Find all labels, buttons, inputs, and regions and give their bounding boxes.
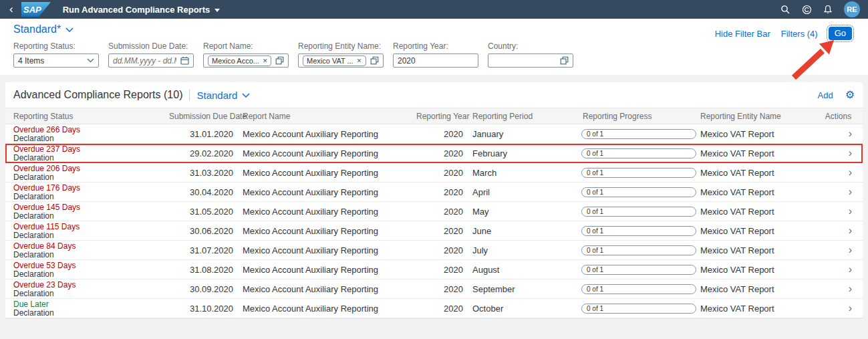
submission-due-date-input[interactable] [113,56,176,66]
notifications-bell-icon[interactable] [823,5,833,15]
status-subtitle: Declaration [13,212,169,221]
reporting-period-cell: January [464,124,581,144]
row-navigation-chevron-icon[interactable]: › [849,147,852,158]
reporting-year-cell: 2020 [416,279,464,299]
filter-field-reporting-entity-name: Reporting Entity Name: Mexico VAT ... ✕ [298,41,384,68]
table-row[interactable]: Overdue 206 DaysDeclaration31.03.2020Mex… [5,163,863,183]
report-name-cell: Mexico Account Auxiliary Reporting [235,124,416,144]
reporting-year-input-box [393,53,478,68]
reporting-year-cell: 2020 [416,163,464,183]
settings-gear-icon[interactable]: ⚙ [845,90,855,100]
table-card: Advanced Compliance Reports (10) Standar… [5,82,863,319]
table-variant-selector[interactable]: Standard [196,90,250,101]
field-label: Reporting Entity Name: [298,41,384,51]
reporting-status-select[interactable]: 4 Items [13,53,99,68]
reporting-year-cell: 2020 [416,144,464,163]
submission-due-date-cell: 31.08.2020 [169,260,235,279]
row-navigation-chevron-icon[interactable]: › [849,244,852,255]
table-row[interactable]: Overdue 237 DaysDeclaration29.02.2020Mex… [5,144,863,163]
table-row[interactable]: Overdue 115 DaysDeclaration30.06.2020Mex… [5,221,863,241]
filter-field-reporting-year: Reporting Year: [393,41,478,68]
value-help-icon[interactable] [275,56,284,65]
user-avatar[interactable]: RE [844,1,860,17]
table-row[interactable]: Overdue 145 DaysDeclaration31.05.2020Mex… [5,202,863,221]
reporting-progress-indicator: 0 of 1 [581,129,696,139]
row-navigation-chevron-icon[interactable]: › [849,283,852,294]
reporting-period-cell: July [464,241,581,260]
reporting-progress-indicator: 0 of 1 [581,304,696,314]
status-subtitle: Declaration [13,309,169,318]
country-input[interactable] [492,56,556,66]
add-button[interactable]: Add [818,90,833,100]
reporting-entity-token: Mexico VAT ... ✕ [303,55,366,66]
status-subtitle: Declaration [13,231,169,240]
sap-logo-icon: SAP [21,2,51,17]
filters-link[interactable]: Filters (4) [781,29,818,39]
row-navigation-chevron-icon[interactable]: › [849,128,852,139]
column-header-submission-due-date[interactable]: Submission Due Date [169,108,235,124]
app-title-menu[interactable]: Run Advanced Compliance Reports [63,5,221,15]
reporting-entity-name-cell: Mexico VAT Report [700,299,814,318]
hide-filter-bar-link[interactable]: Hide Filter Bar [715,29,770,39]
row-navigation-chevron-icon[interactable]: › [849,302,852,314]
column-header-report-name[interactable]: Report Name [235,108,416,124]
reporting-year-cell: 2020 [416,260,464,279]
token-remove-icon[interactable]: ✕ [357,58,362,64]
reporting-entity-name-multiinput[interactable]: Mexico VAT ... ✕ [298,53,384,68]
reporting-year-cell: 2020 [416,221,464,241]
status-subtitle: Declaration [13,290,169,298]
reporting-progress-indicator: 0 of 1 [581,265,696,275]
reporting-period-cell: May [464,202,581,221]
submission-due-date-cell: 30.04.2020 [169,183,235,202]
value-help-icon[interactable] [370,56,379,65]
report-name-cell: Mexico Account Auxiliary Reporting [235,163,416,183]
column-header-reporting-period[interactable]: Reporting Period [464,108,581,124]
report-name-cell: Mexico Account Auxiliary Reporting [235,279,416,299]
report-name-cell: Mexico Account Auxiliary Reporting [235,202,416,221]
column-header-actions[interactable]: Actions [814,108,863,124]
reporting-progress-indicator: 0 of 1 [581,187,696,197]
column-header-reporting-progress[interactable]: Reporting Progress [581,108,700,124]
table-row[interactable]: Overdue 53 DaysDeclaration31.08.2020Mexi… [5,260,863,279]
table-row[interactable]: Overdue 84 DaysDeclaration31.07.2020Mexi… [5,241,863,260]
report-name-cell: Mexico Account Auxiliary Reporting [235,299,416,318]
column-header-reporting-entity-name[interactable]: Reporting Entity Name [700,108,814,124]
search-icon[interactable] [780,5,790,15]
reporting-progress-indicator: 0 of 1 [581,148,696,158]
report-name-multiinput[interactable]: Mexico Acco... ✕ [203,53,289,68]
status-subtitle: Declaration [13,251,169,259]
submission-due-date-cell: 31.01.2020 [169,124,235,144]
reporting-entity-name-cell: Mexico VAT Report [700,163,814,183]
back-button[interactable]: ‹ [8,3,19,16]
reporting-progress-indicator: 0 of 1 [581,207,696,217]
calendar-icon[interactable] [180,56,189,65]
go-button[interactable]: Go [829,27,852,40]
table-row[interactable]: Overdue 176 DaysDeclaration30.04.2020Mex… [5,183,863,202]
column-header-reporting-year[interactable]: Reporting Year [416,108,464,124]
value-help-icon[interactable] [560,56,569,65]
table-row[interactable]: Overdue 266 DaysDeclaration31.01.2020Mex… [5,124,863,144]
token-remove-icon[interactable]: ✕ [263,58,268,64]
reporting-status-text: Overdue 84 Days [13,241,169,251]
variant-label: Standard* [13,23,61,35]
reporting-status-text: Overdue 237 Days [13,144,169,154]
copilot-icon[interactable] [802,5,812,15]
token-text: Mexico Acco... [212,57,259,65]
table-row[interactable]: Due LaterDeclaration31.10.2020Mexico Acc… [5,299,863,318]
reporting-year-input[interactable] [398,56,474,66]
field-label: Country: [488,41,573,51]
column-header-reporting-status[interactable]: Reporting Status [5,108,169,124]
row-navigation-chevron-icon[interactable]: › [849,186,852,197]
row-navigation-chevron-icon[interactable]: › [849,225,852,236]
variant-selector[interactable]: Standard* [13,23,74,35]
select-value: 4 Items [18,56,87,66]
status-subtitle: Declaration [13,173,169,182]
title-caret-down-icon [214,9,220,12]
row-navigation-chevron-icon[interactable]: › [849,263,852,275]
token-text: Mexico VAT ... [307,57,353,65]
row-navigation-chevron-icon[interactable]: › [849,166,852,178]
table-row[interactable]: Overdue 23 DaysDeclaration30.09.2020Mexi… [5,279,863,299]
reporting-entity-name-cell: Mexico VAT Report [700,221,814,241]
report-name-cell: Mexico Account Auxiliary Reporting [235,221,416,241]
row-navigation-chevron-icon[interactable]: › [849,205,852,217]
